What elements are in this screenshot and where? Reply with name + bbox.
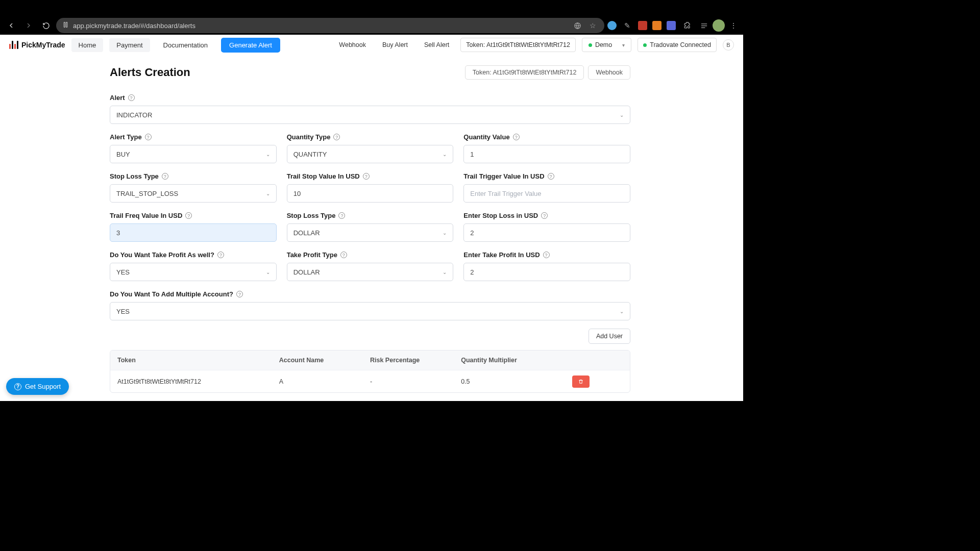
cell-account: A [279, 378, 370, 385]
profile-avatar[interactable] [713, 19, 725, 32]
help-icon[interactable]: ? [236, 291, 243, 297]
token-display: Token: At1tGt9tTt8tWtEt8tYtMtRt712 [460, 38, 576, 52]
th-risk: Risk Percentage [370, 357, 461, 364]
stop-loss-type-label: Stop Loss Type? [110, 172, 277, 180]
reload-button[interactable] [39, 18, 53, 33]
generate-alert-button[interactable]: Generate Alert [221, 38, 280, 53]
trail-stop-label: Trail Stop Value In USD? [287, 172, 454, 180]
take-profit-usd-input[interactable] [463, 263, 630, 281]
help-icon[interactable]: ? [162, 173, 168, 180]
help-icon[interactable]: ? [338, 212, 345, 219]
quantity-type-select[interactable]: QUANTITY⌄ [287, 145, 454, 163]
help-icon[interactable]: ? [185, 212, 192, 219]
buy-alert-link[interactable]: Buy Alert [377, 38, 413, 52]
cell-risk: - [370, 378, 461, 385]
help-icon[interactable]: ? [128, 94, 135, 101]
chevron-down-icon: ⌄ [443, 152, 447, 157]
stop-loss-type2-label: Stop Loss Type? [287, 212, 454, 219]
take-profit-usd-label: Enter Take Profit In USD? [463, 251, 630, 259]
alert-type-select[interactable]: BUY⌄ [110, 145, 277, 163]
trail-trigger-label: Trail Trigger Value In USD? [463, 172, 630, 180]
take-profit-type-label: Take Profit Type? [287, 251, 454, 259]
accounts-table: Token Account Name Risk Percentage Quant… [110, 350, 630, 393]
quantity-type-label: Quantity Type? [287, 133, 454, 141]
help-icon[interactable]: ? [363, 173, 370, 180]
svg-rect-1 [66, 22, 67, 28]
trail-stop-input[interactable] [287, 184, 454, 203]
chevron-down-icon: ⌄ [266, 269, 270, 275]
webhook-link[interactable]: Webhook [334, 38, 371, 52]
help-icon[interactable]: ? [541, 212, 548, 219]
page-title: Alerts Creation [110, 66, 190, 79]
multi-account-select[interactable]: YES⌄ [110, 302, 630, 320]
brand-text: PickMyTrade [21, 41, 65, 49]
nav-docs[interactable]: Documentation [156, 38, 215, 52]
stop-loss-usd-label: Enter Stop Loss in USD? [463, 212, 630, 219]
nav-home[interactable]: Home [71, 38, 104, 52]
connection-status: Tradovate Connected [638, 38, 717, 52]
chevron-down-icon: ⌄ [620, 309, 624, 314]
account-mode-select[interactable]: Demo ▾ [582, 38, 631, 52]
add-user-button[interactable]: Add User [589, 329, 630, 344]
help-icon: ? [14, 383, 21, 390]
extension-icon-3[interactable] [638, 21, 647, 30]
chrome-menu-icon[interactable]: ⋮ [728, 20, 739, 31]
take-profit-type-select[interactable]: DOLLAR⌄ [287, 263, 454, 281]
trail-trigger-input[interactable] [463, 184, 630, 203]
multi-account-label: Do You Want To Add Multiple Account?? [110, 290, 630, 298]
th-token: Token [117, 357, 279, 364]
help-icon[interactable]: ? [217, 252, 224, 258]
forward-button[interactable] [21, 18, 36, 33]
quantity-value-label: Quantity Value? [463, 133, 630, 141]
sell-alert-link[interactable]: Sell Alert [419, 38, 454, 52]
th-qty: Quantity Multiplier [461, 357, 572, 364]
chevron-down-icon: ⌄ [443, 230, 447, 236]
extension-icon-2[interactable]: ✎ [622, 20, 633, 31]
svg-rect-0 [64, 22, 65, 28]
alert-type-label: Alert Type? [110, 133, 277, 141]
bookmark-star-icon[interactable]: ☆ [587, 20, 598, 31]
delete-row-button[interactable] [572, 375, 590, 388]
chevron-down-icon: ▾ [622, 42, 625, 48]
th-account: Account Name [279, 357, 370, 364]
chevron-down-icon: ⌄ [266, 191, 270, 196]
take-profit-want-select[interactable]: YES⌄ [110, 263, 277, 281]
help-icon[interactable]: ? [340, 252, 347, 258]
help-icon[interactable]: ? [333, 134, 340, 140]
help-icon[interactable]: ? [543, 252, 550, 258]
alert-label: Alert? [110, 94, 630, 102]
chevron-down-icon: ⌄ [620, 112, 624, 118]
url-bar[interactable]: app.pickmytrade.trade/#/dashboard/alerts… [56, 18, 604, 33]
extension-icon-5[interactable] [667, 21, 676, 30]
trail-freq-input[interactable] [110, 223, 277, 242]
browser-toolbar: app.pickmytrade.trade/#/dashboard/alerts… [0, 16, 743, 35]
token-badge: Token: At1tGt9tTt8tWtEt8tYtMtRt712 [465, 65, 584, 80]
quantity-value-input[interactable] [463, 145, 630, 163]
app-header: PickMyTrade Home Payment Documentation G… [0, 35, 743, 55]
help-icon[interactable]: ? [513, 134, 520, 140]
translate-icon[interactable] [572, 20, 583, 31]
webhook-badge[interactable]: Webhook [588, 65, 630, 80]
alert-select[interactable]: INDICATOR⌄ [110, 106, 630, 124]
help-icon[interactable]: ? [145, 134, 152, 140]
reading-list-icon[interactable] [698, 20, 709, 31]
site-settings-icon[interactable] [62, 21, 69, 30]
table-row: At1tGt9tTt8tWtEt8tYtMtRt712 A - 0.5 [110, 370, 630, 392]
cell-qty: 0.5 [461, 378, 572, 385]
extensions-puzzle-icon[interactable] [681, 20, 692, 31]
user-avatar[interactable]: B [723, 39, 734, 51]
extension-icon-4[interactable] [652, 21, 662, 30]
url-text: app.pickmytrade.trade/#/dashboard/alerts [73, 22, 195, 30]
extension-icon-1[interactable] [607, 21, 617, 30]
take-profit-want-label: Do You Want Take Profit As well?? [110, 251, 277, 259]
cell-token: At1tGt9tTt8tWtEt8tYtMtRt712 [117, 378, 279, 385]
help-icon[interactable]: ? [548, 173, 554, 180]
get-support-button[interactable]: ? Get Support [6, 378, 69, 395]
trail-freq-label: Trail Freq Value In USD? [110, 212, 277, 219]
logo[interactable]: PickMyTrade [9, 41, 65, 49]
stop-loss-type2-select[interactable]: DOLLAR⌄ [287, 223, 454, 242]
stop-loss-type-select[interactable]: TRAIL_STOP_LOSS⌄ [110, 184, 277, 203]
nav-payment[interactable]: Payment [109, 38, 150, 52]
stop-loss-usd-input[interactable] [463, 223, 630, 242]
back-button[interactable] [4, 18, 18, 33]
